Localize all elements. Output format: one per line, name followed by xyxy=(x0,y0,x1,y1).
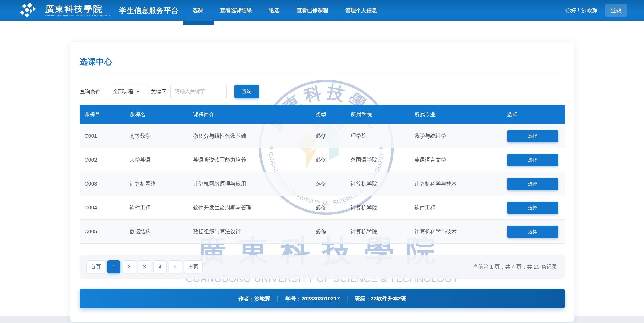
cell-course-name: 软件工程 xyxy=(129,204,193,211)
choose-course-button[interactable]: 选择 xyxy=(507,130,558,142)
cell-course-id: C002 xyxy=(84,157,129,163)
cell-course-name: 计算机网络 xyxy=(129,180,193,187)
table-row: C003 计算机网络 计算机网络原理与应用 选修 计算机学院 计算机科学与技术 … xyxy=(80,172,565,196)
main-nav: 选课 查看选课结果 退选 查看已修课程 管理个人信息 xyxy=(192,7,377,14)
col-course-id: 课程号 xyxy=(84,111,129,118)
university-logo-text: 廣東科技學院 GUANGDONG UNIVERSITY OF SCIENCE &… xyxy=(45,5,110,16)
footer-author: 作者：沙峻辉 xyxy=(238,295,270,302)
course-table: 课程号 课程名 课程简介 类型 所属学院 所属专业 选择 C001 高等数学 微… xyxy=(80,105,565,244)
page-title: 选课中心 xyxy=(80,57,565,67)
cell-major: 英语语言文学 xyxy=(414,156,507,163)
table-row: C004 软件工程 软件开发生命周期与管理 必修 计算机学院 软件工程 选择 xyxy=(80,196,565,219)
title-divider xyxy=(80,74,565,74)
university-name-cn: 廣東科技學院 xyxy=(45,5,110,13)
condition-label: 查询条件: xyxy=(80,88,102,95)
cell-course-type: 必修 xyxy=(316,156,351,163)
course-type-select-value: 全部课程 xyxy=(113,88,133,95)
cell-course-name: 数据结构 xyxy=(129,228,193,235)
choose-course-button[interactable]: 选择 xyxy=(507,202,558,214)
cell-course-id: C005 xyxy=(84,229,129,235)
nav-active-indicator xyxy=(183,21,214,25)
cell-course-type: 必修 xyxy=(316,228,351,235)
cell-course-id: C003 xyxy=(84,181,129,187)
keyword-label: 关键字: xyxy=(151,88,168,95)
keyword-input[interactable] xyxy=(170,85,227,98)
pagination-summary: 当前第 1 页，共 4 页，共 20 条记录 xyxy=(473,263,558,270)
cell-major: 数学与统计学 xyxy=(414,132,507,140)
col-select: 选择 xyxy=(507,111,565,118)
course-selection-card: 廣東科技學院 GUANGDONG UNIVERSITY OF SCIENCE &… xyxy=(70,42,574,322)
course-type-select[interactable]: 全部课程 xyxy=(105,85,148,98)
cell-course-desc: 数据组织与算法设计 xyxy=(193,228,316,235)
cell-college: 计算机学院 xyxy=(351,228,414,235)
choose-course-button[interactable]: 选择 xyxy=(507,226,558,238)
user-greeting: 你好！沙峻辉 xyxy=(565,7,597,14)
logout-button[interactable]: 注销 xyxy=(605,4,627,17)
cell-course-name: 高等数学 xyxy=(129,132,193,140)
cell-college: 计算机学院 xyxy=(351,204,414,211)
cell-course-desc: 计算机网络原理与应用 xyxy=(193,180,316,187)
col-course-desc: 课程简介 xyxy=(193,111,316,118)
cell-course-name: 大学英语 xyxy=(129,156,193,163)
cell-action: 选择 xyxy=(507,130,565,142)
footer-student-id: 学号：2023303010217 xyxy=(285,295,340,302)
top-header: 廣東科技學院 GUANGDONG UNIVERSITY OF SCIENCE &… xyxy=(0,0,644,21)
cell-action: 选择 xyxy=(507,226,565,238)
pagination-buttons: 首页 1 2 3 4 » 末页 xyxy=(86,260,203,273)
col-course-name: 课程名 xyxy=(129,111,193,118)
cell-action: 选择 xyxy=(507,202,565,214)
nav-item[interactable]: 选课 xyxy=(192,7,203,14)
cell-action: 选择 xyxy=(507,178,565,190)
col-college: 所属学院 xyxy=(351,111,414,118)
university-cubes-logo-icon xyxy=(15,2,43,19)
chevron-down-icon xyxy=(136,91,140,93)
nav-item[interactable]: 查看已修课程 xyxy=(296,7,328,14)
col-major: 所属专业 xyxy=(414,111,507,118)
page-button[interactable]: 2 xyxy=(123,260,136,273)
last-page-button[interactable]: 末页 xyxy=(184,260,203,273)
cell-course-type: 选修 xyxy=(316,180,351,187)
first-page-button[interactable]: 首页 xyxy=(86,260,105,273)
next-page-button[interactable]: » xyxy=(169,260,182,273)
footer-separator: | xyxy=(347,296,348,302)
cell-major: 软件工程 xyxy=(414,204,507,211)
cell-college: 理学院 xyxy=(351,132,414,140)
cell-action: 选择 xyxy=(507,154,565,166)
table-row: C001 高等数学 微积分与线性代数基础 必修 理学院 数学与统计学 选择 xyxy=(80,124,565,148)
cell-college: 外国语学院 xyxy=(351,156,414,163)
pagination-bar: 首页 1 2 3 4 » 末页 当前第 1 页，共 4 页，共 20 条记录 xyxy=(80,255,565,279)
table-header-row: 课程号 课程名 课程简介 类型 所属学院 所属专业 选择 xyxy=(80,105,565,124)
cell-college: 计算机学院 xyxy=(351,180,414,187)
nav-item[interactable]: 管理个人信息 xyxy=(345,7,377,14)
query-form: 查询条件: 全部课程 关键字: 查询 xyxy=(80,85,565,98)
university-name-en: GUANGDONG UNIVERSITY OF SCIENCE & TECHNO… xyxy=(45,14,110,16)
cell-course-desc: 微积分与线性代数基础 xyxy=(193,132,316,140)
table-row: C005 数据结构 数据组织与算法设计 必修 计算机学院 计算机科学与技术 选择 xyxy=(80,219,565,243)
cell-course-type: 必修 xyxy=(316,132,351,140)
choose-course-button[interactable]: 选择 xyxy=(507,154,558,166)
cell-course-desc: 英语听说读写能力培养 xyxy=(193,156,316,163)
footer-info-bar: 作者：沙峻辉 | 学号：2023303010217 | 班级：23软件升本2班 xyxy=(80,289,565,308)
nav-item[interactable]: 查看选课结果 xyxy=(220,7,252,14)
footer-separator: | xyxy=(277,296,279,302)
cell-course-type: 必修 xyxy=(316,204,351,211)
page-button[interactable]: 1 xyxy=(107,260,120,273)
cell-course-id: C001 xyxy=(84,133,129,139)
footer-class: 班级：23软件升本2班 xyxy=(355,295,406,302)
choose-course-button[interactable]: 选择 xyxy=(507,178,558,190)
platform-title: 学生信息服务平台 xyxy=(119,6,179,15)
search-button[interactable]: 查询 xyxy=(234,85,259,98)
cell-course-id: C004 xyxy=(84,205,129,211)
cell-major: 计算机科学与技术 xyxy=(414,180,507,187)
page-button[interactable]: 3 xyxy=(138,260,151,273)
table-row: C002 大学英语 英语听说读写能力培养 必修 外国语学院 英语语言文学 选择 xyxy=(80,148,565,172)
cell-major: 计算机科学与技术 xyxy=(414,228,507,235)
cell-course-desc: 软件开发生命周期与管理 xyxy=(193,204,316,211)
page-button[interactable]: 4 xyxy=(153,260,167,273)
header-right: 你好！沙峻辉 注销 xyxy=(565,4,627,17)
col-course-type: 类型 xyxy=(316,111,351,118)
nav-item[interactable]: 退选 xyxy=(269,7,279,14)
